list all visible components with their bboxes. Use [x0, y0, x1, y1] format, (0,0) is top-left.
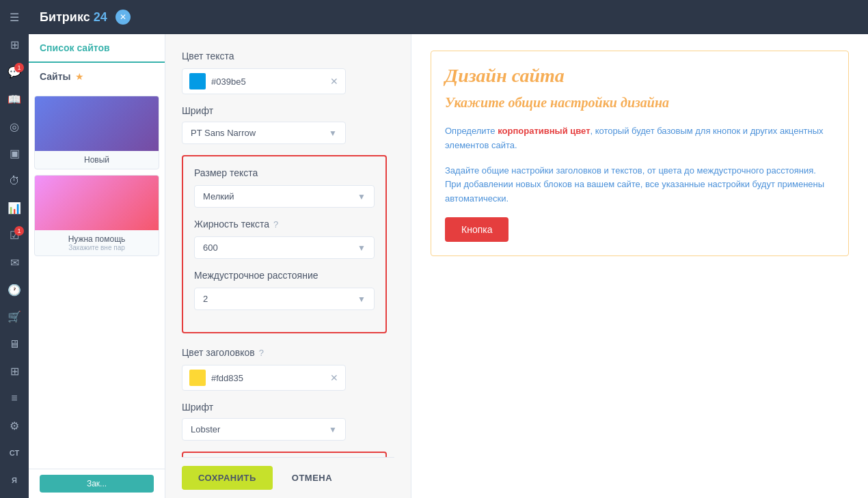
sidebar-icon-target[interactable]: ◎ [2, 114, 27, 139]
sidebar-icon-cart[interactable]: 🛒 [2, 305, 27, 329]
preview-subtitle: Укажите общие настройки дизайна [445, 95, 835, 111]
font-select-arrow-icon: ▼ [329, 128, 337, 138]
text-size-value: Мелкий [203, 191, 234, 202]
site-card-2-label: Нужна помощь Закажите вне пар [35, 230, 159, 255]
text-weight-label: Жирность текста [194, 219, 269, 230]
text-spacing-select[interactable]: 2 ▼ [194, 288, 375, 310]
sidebar-label-ya[interactable]: Я [2, 468, 27, 493]
save-button[interactable]: СОХРАНИТЬ [182, 466, 273, 490]
text-weight-label-row: Жирность текста ? [194, 219, 375, 230]
font-value: PT Sans Narrow [191, 128, 256, 138]
heading-color-label-row: Цвет заголовков ? [182, 347, 394, 358]
sidebar-icon-clock[interactable]: ⏱ [2, 169, 27, 193]
sidebar-icon-chat[interactable]: 💬 1 [2, 60, 27, 85]
text-size-select[interactable]: Мелкий ▼ [194, 185, 375, 208]
preview-text-1: Определите корпоративный цвет, который б… [445, 124, 835, 153]
main-area: Список сайтов Сайты ★ Новый Нужна помощь… [29, 34, 868, 498]
sidebar-icon-sliders[interactable]: ⚙ [2, 413, 27, 438]
sites-label: Сайты [40, 71, 71, 82]
logo-highlight: 24 [94, 10, 107, 24]
sidebar-icon-history[interactable]: 🕐 [2, 277, 27, 302]
site-card-2[interactable]: Нужна помощь Закажите вне пар [34, 175, 159, 256]
sidebar-icon-box[interactable]: ▣ [2, 141, 27, 166]
sites-section: Сайты ★ [29, 63, 165, 90]
weight-help-icon: ? [273, 219, 278, 230]
sidebar-icon-mail[interactable]: ✉ [2, 250, 27, 275]
font-label: Шрифт [182, 105, 394, 116]
heading-font-arrow-icon: ▼ [329, 425, 337, 434]
text-size-arrow-icon: ▼ [357, 192, 366, 202]
chat-badge: 1 [14, 63, 24, 72]
site-card-1-label: Новый [35, 151, 159, 169]
text-color-label: Цвет текста [182, 51, 394, 61]
sidebar-icon-monitor[interactable]: 🖥 [2, 332, 27, 357]
sidebar-icon-grid[interactable]: ⊞ [2, 359, 27, 384]
settings-panel: Цвет текста #039be5 ✕ Шрифт PT Sans Narr… [165, 34, 411, 498]
heading-color-help-icon: ? [259, 348, 264, 358]
star-icon: ★ [75, 71, 84, 82]
heading-font-value: Lobster [191, 424, 220, 434]
text-color-clear-icon[interactable]: ✕ [330, 76, 338, 87]
add-site-button[interactable]: Зак... [40, 475, 154, 493]
heading-color-value: #fdd835 [211, 373, 325, 383]
cancel-button[interactable]: ОТМЕНА [281, 466, 343, 490]
site-card-2-preview [35, 176, 159, 230]
text-color-picker[interactable]: #039be5 ✕ [182, 68, 346, 94]
sidebar-icon-dashboard[interactable]: ⊞ [2, 33, 27, 57]
heading-font-select[interactable]: Lobster ▼ [182, 418, 346, 441]
heading-color-label: Цвет заголовков [182, 347, 255, 358]
preview-button-label: Кнопка [445, 217, 508, 242]
text-size-label: Размер текста [194, 167, 375, 178]
sidebar-icon-book[interactable]: 📖 [2, 87, 27, 111]
text-spacing-label: Междустрочное расстояние [194, 270, 375, 281]
text-color-value: #039be5 [211, 77, 325, 87]
site-card-1[interactable]: Новый [34, 96, 159, 169]
checkbox-badge: 1 [14, 226, 24, 236]
sidebar-icon-chart[interactable]: 📊 [2, 196, 27, 221]
sites-list[interactable]: Новый Нужна помощь Закажите вне пар [29, 90, 165, 469]
app-logo: Битрикс 24 [40, 10, 107, 25]
preview-text-2: Задайте общие настройки заголовков и тек… [445, 164, 835, 206]
sidebar-bottom: СТ Я [2, 441, 27, 498]
text-weight-select[interactable]: 600 ▼ [194, 236, 375, 259]
preview-bold-text: корпоративный цвет [498, 126, 590, 136]
topbar: Битрикс 24 ✕ [29, 0, 868, 34]
heading-color-swatch [189, 370, 206, 386]
site1-thumb [35, 96, 159, 151]
text-spacing-value: 2 [203, 294, 208, 304]
site2-thumb [35, 176, 159, 230]
heading-color-clear-icon[interactable]: ✕ [330, 372, 338, 383]
left-panel-header: Список сайтов [29, 34, 165, 63]
font-select[interactable]: PT Sans Narrow ▼ [182, 122, 346, 144]
preview-title: Дизайн сайта [445, 65, 835, 87]
sites-list-title: Список сайтов [40, 42, 154, 53]
heading-font-label: Шрифт [182, 402, 394, 413]
sidebar: ☰ ⊞ 💬 1 📖 ◎ ▣ ⏱ 📊 ☑ 1 ✉ 🕐 🛒 🖥 ⊞ ≡ ⚙ СТ Я [0, 0, 29, 498]
left-panel: Список сайтов Сайты ★ Новый Нужна помощь… [29, 34, 165, 498]
bottom-bar-left: Зак... [29, 469, 165, 498]
sidebar-icon-layers[interactable]: ≡ [2, 386, 27, 411]
settings-bottom-bar: СОХРАНИТЬ ОТМЕНА [182, 457, 394, 498]
close-button[interactable]: ✕ [116, 10, 131, 25]
text-weight-value: 600 [203, 243, 218, 253]
site-card-1-preview [35, 96, 159, 151]
sidebar-label-ct[interactable]: СТ [2, 441, 27, 465]
text-weight-arrow-icon: ▼ [357, 243, 366, 253]
preview-panel: Дизайн сайта Укажите общие настройки диз… [411, 34, 868, 498]
heading-color-picker[interactable]: #fdd835 ✕ [182, 365, 346, 391]
text-spacing-arrow-icon: ▼ [357, 294, 366, 304]
text-color-swatch [189, 73, 206, 89]
preview-box: Дизайн сайта Укажите общие настройки диз… [431, 51, 849, 256]
sidebar-icon-checkbox[interactable]: ☑ 1 [2, 223, 27, 248]
preview-button[interactable]: Кнопка [445, 217, 835, 242]
text-settings-box: Размер текста Мелкий ▼ Жирность текста ?… [182, 155, 387, 333]
sidebar-icon-menu[interactable]: ☰ [2, 5, 27, 30]
